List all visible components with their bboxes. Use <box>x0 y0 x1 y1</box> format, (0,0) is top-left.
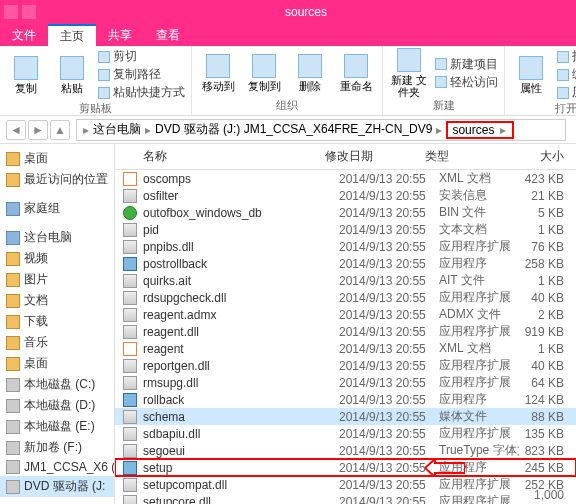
file-name: quirks.ait <box>143 274 339 288</box>
history-button[interactable]: 历史记录 <box>557 84 576 101</box>
nav-recent[interactable]: 最近访问的位置 <box>0 169 114 190</box>
nav-music[interactable]: 音乐 <box>0 332 114 353</box>
newitem-button[interactable]: 新建项目 <box>435 56 498 73</box>
ribbon-group-organize: 移动到 复制到 删除 重命名 组织 <box>192 46 383 115</box>
file-row[interactable]: outofbox_windows_db2014/9/13 20:55BIN 文件… <box>115 204 576 221</box>
file-row[interactable]: segoeui2014/9/13 20:55TrueType 字体文件823 K… <box>115 442 576 459</box>
cut-button[interactable]: 剪切 <box>98 48 185 65</box>
nav-dvd[interactable]: DVD 驱动器 (J: <box>0 476 114 497</box>
tab-file[interactable]: 文件 <box>0 24 48 46</box>
file-row[interactable]: reagent.admx2014/9/13 20:55ADMX 文件2 KB <box>115 306 576 323</box>
file-date: 2014/9/13 20:55 <box>339 291 439 305</box>
file-icon <box>123 206 137 220</box>
newfolder-button[interactable]: 新建 文件夹 <box>389 48 429 98</box>
nav-pane[interactable]: 桌面 最近访问的位置 家庭组 这台电脑 视频 图片 文档 下载 音乐 桌面 本地… <box>0 144 115 504</box>
file-row[interactable]: rmsupg.dll2014/9/13 20:55应用程序扩展64 KB <box>115 374 576 391</box>
file-name: sdbapiu.dll <box>143 427 339 441</box>
file-icon <box>123 189 137 203</box>
easyaccess-button[interactable]: 轻松访问 <box>435 74 498 91</box>
file-date: 2014/9/13 20:55 <box>339 393 439 407</box>
file-icon <box>123 393 137 407</box>
nav-drive-c[interactable]: 本地磁盘 (C:) <box>0 374 114 395</box>
tab-view[interactable]: 查看 <box>144 24 192 46</box>
paste-button[interactable]: 粘贴 <box>52 48 92 101</box>
file-type: ADMX 文件 <box>439 306 519 323</box>
file-row[interactable]: sdbapiu.dll2014/9/13 20:55应用程序扩展135 KB <box>115 425 576 442</box>
file-row[interactable]: reportgen.dll2014/9/13 20:55应用程序扩展40 KB <box>115 357 576 374</box>
file-name: reagent <box>143 342 339 356</box>
delete-button[interactable]: 删除 <box>290 48 330 98</box>
file-row[interactable]: quirks.ait2014/9/13 20:55AIT 文件1 KB <box>115 272 576 289</box>
nav-thispc[interactable]: 这台电脑 <box>0 227 114 248</box>
nav-pictures[interactable]: 图片 <box>0 269 114 290</box>
column-headers[interactable]: 名称 修改日期 类型 大小 <box>115 144 576 170</box>
group-label: 组织 <box>198 98 376 113</box>
open-icon <box>557 51 569 63</box>
nav-video[interactable]: 视频 <box>0 248 114 269</box>
nav-drive-e[interactable]: 本地磁盘 (E:) <box>0 416 114 437</box>
nav-desktop[interactable]: 桌面 <box>0 148 114 169</box>
moveto-button[interactable]: 移动到 <box>198 48 238 98</box>
file-date: 2014/9/13 20:55 <box>339 495 439 505</box>
chevron-icon: ▸ <box>83 123 89 137</box>
file-row[interactable]: pid2014/9/13 20:55文本文档1 KB <box>115 221 576 238</box>
nav-documents[interactable]: 文档 <box>0 290 114 311</box>
file-row[interactable]: rdsupgcheck.dll2014/9/13 20:55应用程序扩展40 K… <box>115 289 576 306</box>
file-row[interactable]: reagent.dll2014/9/13 20:55应用程序扩展919 KB <box>115 323 576 340</box>
homegroup-icon <box>6 202 20 216</box>
nav-desktop2[interactable]: 桌面 <box>0 353 114 374</box>
forward-button[interactable]: ► <box>28 120 48 140</box>
file-row[interactable]: schema2014/9/13 20:55媒体文件88 KB <box>115 408 576 425</box>
file-row[interactable]: pnpibs.dll2014/9/13 20:55应用程序扩展76 KB <box>115 238 576 255</box>
nav-drive-f[interactable]: 新加卷 (F:) <box>0 437 114 458</box>
ribbon-group-new: 新建 文件夹 新建项目 轻松访问 新建 <box>383 46 505 115</box>
file-row[interactable]: rollback2014/9/13 20:55应用程序124 KB <box>115 391 576 408</box>
tab-home[interactable]: 主页 <box>48 24 96 46</box>
col-size[interactable]: 大小 <box>505 148 576 165</box>
nav-downloads[interactable]: 下载 <box>0 311 114 332</box>
rename-button[interactable]: 重命名 <box>336 48 376 98</box>
nav-homegroup[interactable]: 家庭组 <box>0 198 114 219</box>
file-size: 1,000 KB <box>519 488 576 505</box>
open-button[interactable]: 打开 <box>557 48 576 65</box>
file-date: 2014/9/13 20:55 <box>339 461 439 475</box>
nav-drive-d[interactable]: 本地磁盘 (D:) <box>0 395 114 416</box>
file-row[interactable]: setup2014/9/13 20:55应用程序245 KB <box>115 459 576 476</box>
up-button[interactable]: ▲ <box>50 120 70 140</box>
file-row[interactable]: reagent2014/9/13 20:55XML 文档1 KB <box>115 340 576 357</box>
file-name: segoeui <box>143 444 339 458</box>
file-row[interactable]: setupcompat.dll2014/9/13 20:55应用程序扩展252 … <box>115 476 576 493</box>
copy-button[interactable]: 复制 <box>6 48 46 101</box>
cut-icon <box>98 51 110 63</box>
file-type: TrueType 字体文件 <box>439 442 519 459</box>
file-row[interactable]: postrollback2014/9/13 20:55应用程序258 KB <box>115 255 576 272</box>
tab-share[interactable]: 共享 <box>96 24 144 46</box>
breadcrumb-seg-current[interactable]: sources ▸ <box>446 121 513 139</box>
copyto-button[interactable]: 复制到 <box>244 48 284 98</box>
breadcrumb-seg[interactable]: 这台电脑 <box>93 121 141 138</box>
file-icon <box>123 427 137 441</box>
address-bar[interactable]: ▸ 这台电脑 ▸ DVD 驱动器 (J:) JM1_CCSA_X64FRE_ZH… <box>76 119 566 141</box>
file-icon <box>123 274 137 288</box>
col-name[interactable]: 名称 <box>115 148 325 165</box>
properties-button[interactable]: 属性 <box>511 48 551 101</box>
clipboard-small: 剪切 复制路径 粘贴快捷方式 <box>98 48 185 101</box>
newitem-icon <box>435 58 447 70</box>
music-icon <box>6 336 20 350</box>
file-type: 应用程序 <box>439 255 519 272</box>
nav-drive-j[interactable]: JM1_CCSA_X6 ( <box>0 458 114 476</box>
group-label: 打开 <box>511 101 576 116</box>
file-row[interactable]: setupcore.dll2014/9/13 20:55应用程序扩展1,000 … <box>115 493 576 504</box>
file-row[interactable]: osfilter2014/9/13 20:55安装信息21 KB <box>115 187 576 204</box>
breadcrumb-seg[interactable]: DVD 驱动器 (J:) JM1_CCSA_X64FRE_ZH-CN_DV9 <box>155 121 432 138</box>
file-row[interactable]: oscomps2014/9/13 20:55XML 文档423 KB <box>115 170 576 187</box>
col-date[interactable]: 修改日期 <box>325 148 425 165</box>
file-date: 2014/9/13 20:55 <box>339 376 439 390</box>
shortcut-button[interactable]: 粘贴快捷方式 <box>98 84 185 101</box>
copypath-button[interactable]: 复制路径 <box>98 66 185 83</box>
back-button[interactable]: ◄ <box>6 120 26 140</box>
edit-button[interactable]: 编辑 <box>557 66 576 83</box>
ribbon: 复制 粘贴 剪切 复制路径 粘贴快捷方式 剪贴板 移动到 复制到 删除 重命名 … <box>0 46 576 116</box>
chevron-icon: ▸ <box>145 123 151 137</box>
col-type[interactable]: 类型 <box>425 148 505 165</box>
